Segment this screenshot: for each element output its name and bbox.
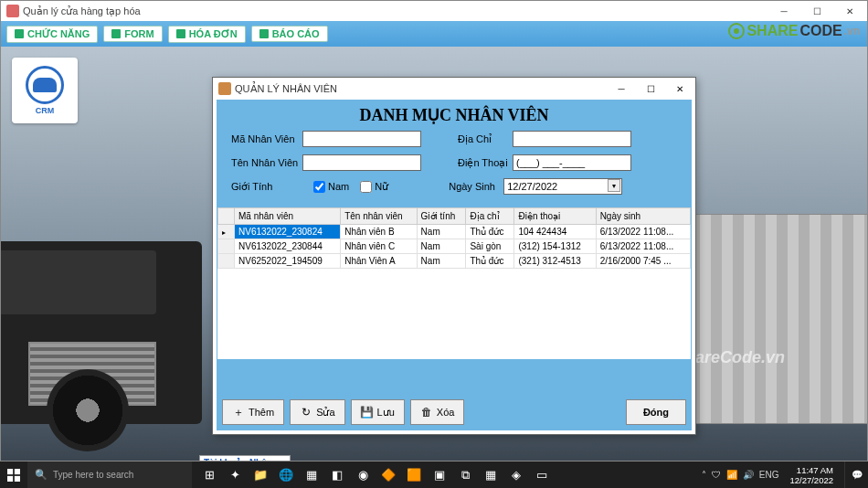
start-button[interactable]	[0, 461, 27, 488]
minimize-button[interactable]: ─	[767, 2, 800, 20]
table-row[interactable]: NV6252022_194509Nhân Viên ANamThủ đức(32…	[218, 254, 691, 269]
taskbar-app-8[interactable]: ▦	[479, 461, 503, 488]
taskbar-app-9[interactable]: ▭	[530, 461, 554, 488]
taskbar-app-3[interactable]: ▦	[300, 461, 323, 488]
input-ten-nhan-vien[interactable]	[302, 154, 421, 171]
tray-volume-icon[interactable]: 🔊	[743, 470, 754, 480]
menu-icon	[259, 29, 269, 38]
svg-rect-2	[7, 475, 13, 481]
svg-rect-1	[15, 469, 20, 474]
taskbar-app-6[interactable]: 🟧	[402, 461, 426, 488]
input-ma-nhan-vien[interactable]	[302, 131, 421, 147]
calendar-icon[interactable]: ▾	[608, 179, 620, 192]
checkbox-nam[interactable]	[313, 181, 325, 193]
tray-wifi-icon[interactable]: 📶	[726, 470, 737, 480]
svg-rect-3	[15, 475, 20, 481]
dialog-heading: DANH MỤC NHÂN VIÊN	[217, 100, 692, 129]
windows-icon	[7, 469, 20, 482]
menubar: CHỨC NĂNG FORM HÓA ĐƠN BÁO CÁO SHARECODE…	[1, 21, 867, 47]
label-ngaysinh: Ngày Sinh	[449, 181, 503, 192]
label-ten: Tên Nhân Viên	[231, 157, 302, 168]
col-dt[interactable]: Điện thoại	[514, 208, 596, 225]
delete-button[interactable]: 🗑Xóa	[410, 399, 465, 425]
search-box[interactable]: 🔍 Type here to search	[27, 461, 192, 488]
add-button[interactable]: ＋Thêm	[222, 399, 284, 425]
refresh-icon: ↻	[300, 406, 312, 419]
menu-hoa-don[interactable]: HÓA ĐƠN	[168, 26, 246, 43]
maximize-button[interactable]: ☐	[800, 2, 833, 20]
col-gt[interactable]: Giới tính	[417, 208, 466, 225]
employee-dialog: QUẢN LÝ NHÂN VIÊN ─ ☐ ✕ DANH MỤC NHÂN VI…	[212, 77, 696, 435]
notification-button[interactable]: 💬	[844, 461, 868, 488]
dialog-icon	[218, 82, 231, 95]
menu-form[interactable]: FORM	[103, 26, 162, 42]
taskview-icon[interactable]: ⊞	[197, 461, 221, 488]
app-icon	[6, 5, 19, 17]
dialog-title: QUẢN LÝ NHÂN VIÊN	[235, 83, 337, 95]
tray-lang[interactable]: ENG	[759, 470, 779, 480]
dialog-minimize-button[interactable]: ─	[607, 79, 636, 99]
close-dialog-button[interactable]: Đóng	[626, 399, 686, 425]
col-ten[interactable]: Tên nhân viên	[341, 208, 417, 225]
label-diachi: Địa Chỉ	[458, 133, 513, 145]
taskbar-app-4[interactable]: ◧	[325, 461, 349, 488]
menu-icon	[176, 29, 185, 38]
tray-shield-icon[interactable]: 🛡	[712, 470, 721, 480]
taskbar-app-7[interactable]: ▣	[428, 461, 451, 488]
crm-logo[interactable]: CRM	[12, 58, 78, 123]
table-row[interactable]: NV6132022_230844Nhân viên CNamSài gòn(31…	[218, 239, 691, 254]
input-dia-chi[interactable]	[513, 131, 631, 147]
taskbar: 🔍 Type here to search ⊞ ✦ 📁 🌐 ▦ ◧ ◉ 🔶 🟧 …	[0, 461, 868, 488]
employee-grid[interactable]: Mã nhân viên Tên nhân viên Giới tính Địa…	[217, 207, 691, 359]
label-dienthoai: Điện Thoại	[458, 157, 513, 169]
menu-icon	[111, 29, 121, 38]
menu-bao-cao[interactable]: BÁO CÁO	[251, 26, 328, 42]
search-placeholder: Type here to search	[53, 470, 133, 480]
input-dien-thoai[interactable]	[513, 154, 631, 171]
label-ma: Mã Nhân Viên	[231, 133, 302, 144]
save-icon: 💾	[361, 406, 374, 419]
taskbar-app-2[interactable]: 📁	[249, 461, 272, 488]
dialog-maximize-button[interactable]: ☐	[636, 79, 665, 99]
search-icon: 🔍	[35, 469, 48, 481]
taskbar-app-5[interactable]: 🔶	[376, 461, 400, 488]
taskbar-vs-icon[interactable]: ◈	[504, 461, 528, 488]
label-gioitinh: Giới Tính	[231, 181, 302, 193]
taskbar-app-1[interactable]: ✦	[223, 461, 247, 488]
taskbar-chrome-icon[interactable]: ◉	[351, 461, 375, 488]
trash-icon: 🗑	[420, 406, 433, 419]
main-titlebar[interactable]: Quản lý cửa hàng tạp hóa	[1, 1, 867, 21]
app-title: Quản lý cửa hàng tạp hóa	[23, 5, 141, 17]
col-dc[interactable]: Địa chỉ	[466, 208, 514, 225]
svg-rect-0	[7, 469, 13, 474]
tray-chevron-icon[interactable]: ˄	[702, 470, 706, 480]
menu-chuc-nang[interactable]: CHỨC NĂNG	[6, 26, 98, 43]
brand-logo: SHARECODE.vn	[728, 23, 860, 39]
col-ma[interactable]: Mã nhân viên	[235, 208, 341, 225]
menu-icon	[15, 29, 24, 38]
close-button[interactable]: ✕	[833, 2, 866, 20]
dialog-close-button[interactable]: ✕	[665, 79, 694, 99]
input-ngay-sinh[interactable]	[503, 178, 622, 195]
checkbox-nu[interactable]	[360, 181, 372, 193]
edit-button[interactable]: ↻Sửa	[290, 399, 344, 425]
taskbar-vscode-icon[interactable]: ⧉	[453, 461, 477, 488]
taskbar-edge-icon[interactable]: 🌐	[274, 461, 298, 488]
tai-khoan-button[interactable]: Tài khoản Nhân viên	[199, 455, 291, 461]
brand-icon	[728, 23, 745, 39]
save-button[interactable]: 💾Lưu	[351, 399, 405, 425]
plus-icon: ＋	[232, 406, 245, 419]
taskbar-clock[interactable]: 11:47 AM 12/27/2022	[784, 465, 839, 485]
col-ns[interactable]: Ngày sinh	[596, 208, 690, 225]
table-row[interactable]: NV6132022_230824Nhân viên BNamThủ đức104…	[218, 225, 691, 239]
